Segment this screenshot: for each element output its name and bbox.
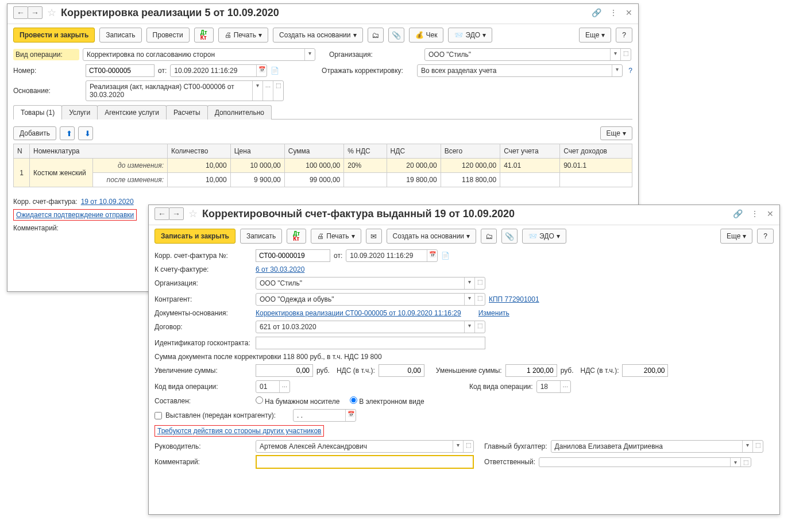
dtcr-button[interactable]: ДтКт	[194, 28, 214, 43]
new-doc-icon[interactable]: 📄	[441, 252, 450, 260]
dtcr-button[interactable]: ДтКт	[287, 229, 306, 244]
tab-calc[interactable]: Расчеты	[166, 105, 208, 119]
link-icon[interactable]: 🔗	[592, 8, 601, 17]
more-icon[interactable]: ⋮	[751, 209, 759, 218]
attach-icon[interactable]: 📎	[388, 28, 404, 43]
dec-vat-input[interactable]	[622, 364, 668, 377]
close-icon[interactable]: ✕	[625, 8, 632, 17]
to-invoice-label: К счету-фактуре:	[155, 265, 252, 273]
tabs: Товары (1) Услуги Агентские услуги Расче…	[13, 105, 632, 119]
new-doc-icon[interactable]: 📄	[271, 67, 279, 75]
contract-label: Договор:	[155, 323, 252, 331]
more-button[interactable]: Еще ▾	[579, 28, 611, 43]
sum-text: Сумма документа после корректировки 118 …	[155, 353, 382, 361]
chevron-down-icon: ▾	[304, 49, 315, 60]
resp-combo[interactable]: ▾⬚	[539, 457, 751, 467]
mail-icon[interactable]: ✉	[366, 229, 382, 244]
edo-button[interactable]: 📨 ЭДО ▾	[448, 28, 492, 43]
favorite-icon[interactable]: ☆	[47, 6, 56, 19]
corr-invoice-link[interactable]: 19 от 10.09.2020	[81, 198, 134, 206]
back-button[interactable]: ←	[13, 6, 28, 19]
opcode-label: Код вида операции:	[155, 383, 252, 391]
head-combo[interactable]: Артемов Алексей Александрович▾⬚	[256, 440, 474, 453]
favorite-icon[interactable]: ☆	[188, 207, 198, 220]
help-button[interactable]: ?	[757, 229, 774, 244]
status-link[interactable]: Требуются действия со стороны других уча…	[157, 427, 321, 435]
save-button[interactable]: Записать	[99, 28, 141, 43]
contr-label: Контрагент:	[155, 295, 252, 303]
edo-button[interactable]: 📨 ЭДО ▾	[522, 229, 566, 244]
issued-date-input[interactable]: . .📅	[293, 409, 356, 422]
change-link[interactable]: Изменить	[478, 309, 509, 317]
related-icon[interactable]: 🗂	[481, 229, 497, 244]
forward-button[interactable]: →	[28, 6, 43, 19]
window-title: Корректировочный счет-фактура выданный 1…	[202, 208, 733, 220]
link-icon[interactable]: 🔗	[733, 209, 743, 218]
table-row[interactable]: после изменения: 10,000 9 900,00 99 000,…	[14, 173, 632, 187]
paper-radio[interactable]: На бумажном носителе	[256, 396, 339, 406]
close-icon[interactable]: ✕	[767, 209, 774, 218]
op-type-combo[interactable]: Корректировка по согласованию сторон▾	[83, 48, 315, 61]
print-button[interactable]: 🖨 Печать ▾	[218, 28, 268, 43]
save-close-button[interactable]: Записать и закрыть	[155, 229, 235, 244]
post-button[interactable]: Провести	[146, 28, 190, 43]
more-icon[interactable]: ⋮	[609, 8, 617, 17]
items-table: N Номенклатура Количество Цена Сумма % Н…	[13, 144, 632, 187]
op-type-label: Вид операции:	[13, 49, 79, 60]
tab-additional[interactable]: Дополнительно	[207, 105, 272, 119]
tab-goods[interactable]: Товары (1)	[13, 105, 62, 119]
comment-input[interactable]	[256, 455, 474, 469]
back-button[interactable]: ←	[155, 207, 169, 220]
docs-link[interactable]: Корректировка реализации СТ00-000005 от …	[256, 309, 461, 317]
create-based-button[interactable]: Создать на основании ▾	[387, 229, 477, 244]
issued-checkbox[interactable]: Выставлен (передан контрагенту):	[155, 411, 289, 419]
inc-vat-input[interactable]	[379, 364, 424, 377]
send-status-link[interactable]: Ожидается подтверждение отправки	[16, 211, 134, 219]
comment-label: Комментарий:	[13, 224, 82, 232]
table-more-button[interactable]: Еще ▾	[600, 126, 632, 140]
dec-input[interactable]	[505, 364, 557, 377]
save-button[interactable]: Записать	[240, 229, 282, 244]
date-input[interactable]: 10.09.2020 11:16:29📅	[346, 249, 438, 262]
org-combo[interactable]: ООО "Стиль"▾⬚	[256, 277, 485, 290]
org-combo[interactable]: ООО "Стиль"▾⬚	[424, 48, 631, 61]
number-label: Номер:	[13, 67, 82, 75]
tab-services[interactable]: Услуги	[61, 105, 98, 119]
accountant-label: Главный бухгалтер:	[484, 442, 547, 450]
comment-label: Комментарий:	[155, 458, 252, 466]
opcode2-combo[interactable]: 18…	[536, 380, 571, 393]
dec-label: Уменьшение суммы:	[436, 367, 502, 375]
num-label: Корр. счет-фактура №:	[155, 252, 252, 260]
num-input[interactable]	[256, 249, 330, 262]
goscontract-input[interactable]	[256, 337, 485, 349]
print-button[interactable]: 🖨 Печать ▾	[311, 229, 361, 244]
help-button[interactable]: ?	[616, 28, 632, 43]
add-row-button[interactable]: Добавить	[13, 126, 56, 140]
to-invoice-link[interactable]: 6 от 30.03.2020	[256, 265, 304, 273]
table-row[interactable]: 1 Костюм женский до изменения: 10,000 10…	[14, 159, 632, 173]
create-based-button[interactable]: Создать на основании ▾	[273, 28, 363, 43]
check-button[interactable]: 💰 Чек	[409, 28, 444, 43]
electronic-radio[interactable]: В электронном виде	[350, 396, 424, 406]
accountant-combo[interactable]: Данилова Елизавета Дмитриевна▾⬚	[551, 440, 763, 453]
date-input[interactable]: 10.09.2020 11:16:29📅	[170, 64, 267, 77]
more-button[interactable]: Еще ▾	[720, 229, 752, 244]
related-icon[interactable]: 🗂	[368, 28, 384, 43]
form-label: Составлен:	[155, 397, 252, 405]
reflect-label: Отражать корректировку:	[322, 67, 414, 75]
tab-agent-services[interactable]: Агентские услуги	[97, 105, 167, 119]
opcode1-combo[interactable]: 01…	[256, 380, 290, 393]
move-down-button[interactable]: ⬇	[78, 126, 93, 140]
contract-combo[interactable]: 621 от 10.03.2020▾⬚	[256, 321, 485, 333]
reflect-combo[interactable]: Во всех разделах учета▾	[417, 64, 623, 77]
number-input[interactable]	[86, 64, 155, 77]
inc-input[interactable]	[256, 364, 313, 377]
basis-combo[interactable]: Реализация (акт, накладная) СТ00-000006 …	[86, 80, 284, 101]
attach-icon[interactable]: 📎	[501, 229, 518, 244]
move-up-button[interactable]: ⬆	[60, 126, 75, 140]
kpp-link[interactable]: КПП 772901001	[489, 295, 539, 303]
contr-combo[interactable]: ООО "Одежда и обувь"▾⬚	[256, 293, 485, 306]
post-close-button[interactable]: Провести и закрыть	[13, 28, 95, 43]
help-icon[interactable]: ?	[628, 67, 632, 75]
forward-button[interactable]: →	[169, 207, 184, 220]
